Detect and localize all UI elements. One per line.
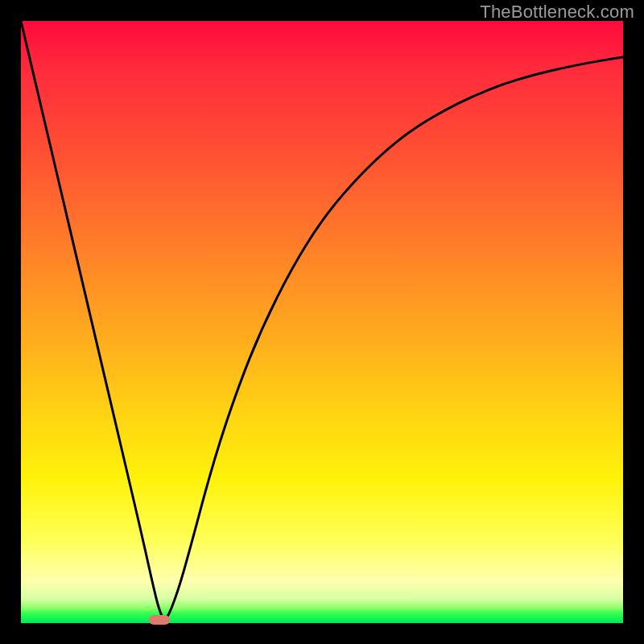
curve-path (21, 21, 623, 619)
optimal-point-marker (149, 615, 170, 625)
bottleneck-curve (21, 21, 623, 623)
chart-frame: TheBottleneck.com (0, 0, 644, 644)
watermark-text: TheBottleneck.com (480, 2, 634, 23)
plot-area (21, 21, 623, 623)
